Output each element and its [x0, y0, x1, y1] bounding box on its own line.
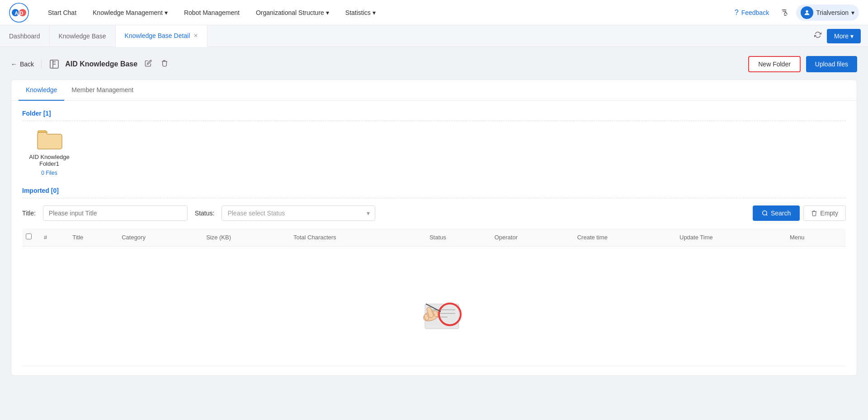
breadcrumb-knowledge-base[interactable]: Knowledge Base: [50, 25, 116, 47]
folder-item[interactable]: AID Knowledge Folder1 0 Files: [22, 128, 76, 176]
breadcrumb-knowledge-base-detail[interactable]: Knowledge Base Detail ✕: [116, 25, 208, 47]
page-header-right: New Folder Upload files: [748, 56, 857, 72]
page-header-left: ← Back AID Knowledge Base: [11, 58, 170, 70]
data-table: # Title Category Size (KB) Total Charact…: [22, 228, 846, 366]
delete-button[interactable]: [159, 58, 170, 70]
chevron-down-icon: ▾: [326, 9, 329, 16]
th-menu: Menu: [786, 228, 846, 247]
chevron-down-icon: ▾: [165, 9, 168, 16]
main-card: Knowledge Member Management Folder [1]: [11, 79, 857, 376]
feedback-button[interactable]: ? Feedback: [729, 6, 774, 19]
edit-button[interactable]: [143, 58, 154, 70]
close-tab-icon[interactable]: ✕: [193, 33, 198, 39]
svg-text:AID: AID: [15, 10, 24, 16]
th-total-characters: Total Characters: [290, 228, 426, 247]
knowledge-base-icon: [49, 59, 60, 70]
tab-content: Folder [1] AID Knowledge Folder1 0 Files: [11, 101, 857, 375]
th-update-time: Update Time: [676, 228, 786, 247]
translate-icon-button[interactable]: [778, 5, 793, 20]
select-all-checkbox[interactable]: [26, 233, 32, 239]
logo[interactable]: AID: [9, 3, 29, 23]
status-filter-wrap: Please select Status ▾: [222, 205, 375, 221]
th-category: Category: [118, 228, 203, 247]
imported-section-title: Imported [0]: [22, 187, 59, 194]
top-navigation: AID Start Chat Knowledge Management ▾ Ro…: [0, 0, 868, 25]
search-icon: [762, 210, 768, 216]
back-button[interactable]: ← Back: [11, 61, 34, 68]
nav-start-chat[interactable]: Start Chat: [42, 5, 83, 20]
imported-section: Imported [0] Title: Status: Please selec…: [22, 187, 846, 366]
tabs-row: Knowledge Member Management: [11, 80, 857, 101]
search-button[interactable]: Search: [753, 205, 800, 221]
th-size: Size (KB): [203, 228, 290, 247]
chevron-down-icon: ▾: [851, 9, 854, 16]
chevron-down-icon: ▾: [850, 33, 854, 40]
refresh-button[interactable]: [812, 29, 823, 42]
nav-organizational-structure[interactable]: Organizational Structure ▾: [250, 5, 335, 20]
th-hash: #: [40, 228, 69, 247]
empty-illustration: [398, 279, 470, 333]
page-title: AID Knowledge Base: [65, 60, 137, 68]
folder-grid: AID Knowledge Folder1 0 Files: [22, 128, 846, 176]
title-filter-input[interactable]: [43, 205, 188, 221]
svg-point-6: [763, 211, 767, 215]
upload-files-button[interactable]: Upload files: [806, 56, 857, 72]
title-filter-label: Title:: [22, 210, 36, 217]
trash-icon: [811, 210, 817, 216]
folder-section-title: Folder [1]: [22, 110, 51, 117]
th-status: Status: [426, 228, 491, 247]
status-filter-select[interactable]: Please select Status: [222, 205, 375, 221]
more-button[interactable]: More ▾: [827, 29, 861, 43]
th-create-time: Create time: [574, 228, 676, 247]
folder-name: AID Knowledge Folder1: [22, 154, 76, 167]
folder-icon: [36, 128, 63, 151]
th-operator: Operator: [491, 228, 574, 247]
user-profile-button[interactable]: Trialversion ▾: [796, 5, 859, 21]
chevron-down-icon: ▾: [373, 9, 376, 16]
page-header: ← Back AID Knowledge Base New Folder: [11, 56, 857, 72]
status-filter-label: Status:: [195, 210, 215, 217]
nav-robot-management[interactable]: Robot Management: [178, 5, 246, 20]
nav-knowledge-management[interactable]: Knowledge Management ▾: [86, 5, 174, 20]
nav-statistics[interactable]: Statistics ▾: [339, 5, 382, 20]
content-area: ← Back AID Knowledge Base New Folder: [0, 47, 868, 420]
question-icon: ?: [735, 9, 739, 17]
tab-member-management[interactable]: Member Management: [64, 80, 141, 101]
th-checkbox: [22, 228, 40, 247]
svg-point-4: [806, 10, 808, 12]
folder-files: 0 Files: [41, 170, 57, 176]
svg-line-7: [766, 215, 768, 216]
empty-state-row: [22, 247, 846, 366]
new-folder-button[interactable]: New Folder: [748, 56, 801, 72]
empty-button[interactable]: Empty: [803, 205, 846, 221]
empty-state: [26, 252, 842, 360]
breadcrumb-bar: Dashboard Knowledge Base Knowledge Base …: [0, 25, 868, 47]
th-title: Title: [69, 228, 118, 247]
folder-section-header: Folder [1]: [22, 110, 846, 121]
filter-row: Title: Status: Please select Status ▾: [22, 205, 846, 221]
imported-section-header: Imported [0]: [22, 187, 846, 198]
tab-knowledge[interactable]: Knowledge: [19, 80, 64, 101]
avatar: [801, 6, 813, 19]
breadcrumb-dashboard[interactable]: Dashboard: [0, 25, 50, 47]
vertical-divider: [41, 60, 42, 69]
arrow-left-icon: ←: [11, 61, 17, 68]
filter-actions: Search Empty: [753, 205, 846, 221]
